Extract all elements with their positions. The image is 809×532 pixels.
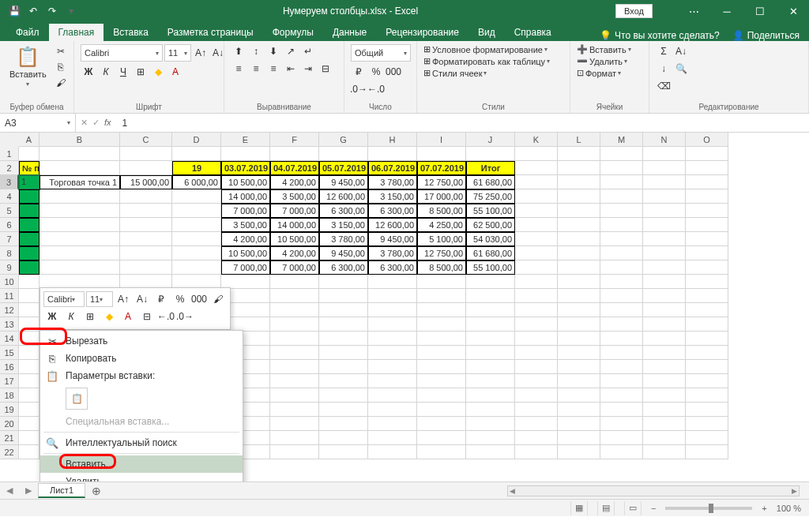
cell[interactable]: 9 450,00 (368, 232, 417, 246)
cell[interactable] (417, 403, 466, 417)
row-header-9[interactable]: 9 (0, 260, 19, 275)
row-header-18[interactable]: 18 (0, 388, 19, 403)
cell[interactable] (319, 417, 368, 431)
cell[interactable] (19, 275, 40, 289)
mini-currency-icon[interactable]: ₽ (152, 291, 170, 307)
cell[interactable] (558, 275, 600, 289)
cell[interactable] (558, 360, 600, 374)
cell[interactable] (19, 388, 40, 403)
cell[interactable] (319, 445, 368, 459)
indent-increase-icon[interactable]: ⇥ (300, 62, 316, 76)
cell[interactable] (600, 246, 643, 260)
cell[interactable]: 06.07.2019 (368, 161, 417, 175)
cell[interactable]: 15 000,00 (120, 175, 172, 189)
cell[interactable] (600, 360, 643, 374)
format-painter-icon[interactable]: 🖌 (53, 76, 69, 90)
cell[interactable] (40, 218, 120, 232)
cell[interactable] (19, 346, 40, 360)
cell[interactable] (643, 332, 686, 346)
cell[interactable] (686, 147, 728, 161)
cell[interactable] (120, 232, 172, 246)
font-size-selector[interactable]: 11▾ (164, 44, 191, 62)
cell[interactable] (558, 417, 600, 431)
cell[interactable] (172, 260, 221, 275)
cells-delete-button[interactable]: ➖ Удалить ▾ (577, 56, 627, 66)
cell[interactable] (515, 303, 558, 317)
font-name-selector[interactable]: Calibri▾ (81, 44, 163, 62)
column-header-B[interactable]: B (40, 133, 120, 147)
cell[interactable] (172, 246, 221, 260)
cell[interactable] (270, 346, 319, 360)
autosum-icon[interactable]: Σ (656, 44, 672, 58)
cell[interactable] (417, 275, 466, 289)
row-header-5[interactable]: 5 (0, 204, 19, 218)
cell[interactable]: 6 300,00 (319, 260, 368, 275)
cell[interactable] (600, 403, 643, 417)
cell[interactable] (319, 403, 368, 417)
fill-color-button[interactable]: ◆ (150, 65, 166, 79)
cell[interactable] (120, 204, 172, 218)
mini-percent-icon[interactable]: % (171, 291, 189, 307)
cell[interactable] (686, 204, 728, 218)
zoom-out-button[interactable]: − (651, 504, 656, 513)
align-middle-icon[interactable]: ↕ (248, 44, 264, 58)
cell[interactable] (417, 289, 466, 303)
cm-smart-lookup[interactable]: 🔍Интеллектуальный поиск (40, 434, 243, 451)
cell[interactable] (120, 246, 172, 260)
row-header-19[interactable]: 19 (0, 403, 19, 417)
tab-review[interactable]: Рецензирование (376, 24, 468, 41)
cell[interactable] (120, 218, 172, 232)
ribbon-options-icon[interactable]: ⋯ (678, 0, 709, 22)
cell[interactable]: 4 200,00 (221, 232, 270, 246)
tab-file[interactable]: Файл (6, 24, 49, 41)
cell[interactable] (558, 204, 600, 218)
cell[interactable] (319, 431, 368, 445)
cell[interactable] (466, 275, 515, 289)
cell[interactable] (600, 189, 643, 204)
cell[interactable] (686, 275, 728, 289)
cell[interactable] (515, 360, 558, 374)
cell[interactable]: 12 750,00 (417, 246, 466, 260)
cm-copy[interactable]: ⎘Копировать (40, 350, 243, 367)
cell[interactable] (319, 346, 368, 360)
cell[interactable] (270, 374, 319, 388)
cell[interactable] (686, 346, 728, 360)
comma-icon[interactable]: 000 (386, 65, 401, 79)
cell[interactable] (558, 374, 600, 388)
cell[interactable] (40, 204, 120, 218)
cell[interactable] (120, 161, 172, 175)
cell[interactable] (515, 445, 558, 459)
cm-paste-option[interactable]: 📋 (66, 388, 88, 410)
cell[interactable] (368, 332, 417, 346)
paste-button[interactable]: 📋Вставить▾ (6, 44, 50, 89)
cell[interactable] (600, 161, 643, 175)
cell[interactable] (40, 189, 120, 204)
cell[interactable]: 7 000,00 (221, 204, 270, 218)
increase-font-icon[interactable]: A↑ (193, 46, 209, 60)
cell[interactable] (368, 374, 417, 388)
border-button[interactable]: ⊞ (133, 65, 149, 79)
cell[interactable] (270, 289, 319, 303)
cell[interactable]: 61 680,00 (466, 246, 515, 260)
cell[interactable] (368, 289, 417, 303)
cell[interactable]: 7 000,00 (270, 260, 319, 275)
sheet-tab-1[interactable]: Лист1 (38, 483, 85, 498)
zoom-level[interactable]: 100 % (777, 504, 801, 513)
cell[interactable]: 14 000,00 (221, 189, 270, 204)
cell[interactable] (319, 303, 368, 317)
mini-format-painter-icon[interactable]: 🖌 (209, 291, 227, 307)
column-header-M[interactable]: M (600, 133, 643, 147)
cell[interactable] (558, 317, 600, 332)
cell[interactable]: 8 500,00 (417, 204, 466, 218)
cell[interactable] (643, 161, 686, 175)
cell[interactable] (466, 403, 515, 417)
cell[interactable] (643, 232, 686, 246)
cell[interactable] (558, 161, 600, 175)
cell[interactable] (515, 388, 558, 403)
cell[interactable] (270, 431, 319, 445)
cell[interactable] (515, 246, 558, 260)
cell[interactable]: 6 300,00 (368, 260, 417, 275)
cell[interactable] (600, 275, 643, 289)
column-header-I[interactable]: I (417, 133, 466, 147)
cell[interactable] (417, 147, 466, 161)
